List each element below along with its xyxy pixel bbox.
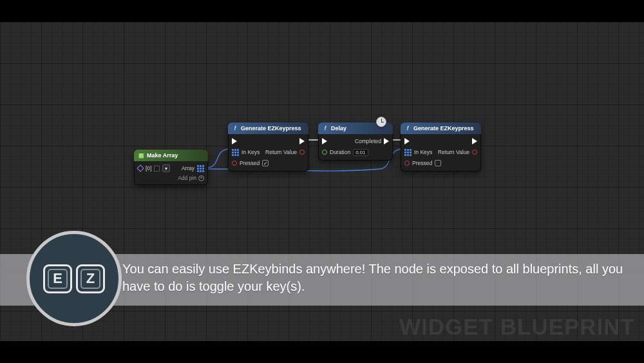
pin-label-pressed: Pressed bbox=[240, 160, 260, 166]
keycap-e-icon: E bbox=[43, 264, 72, 293]
key-dropdown[interactable]: ▾ bbox=[162, 164, 170, 172]
pin-pressed[interactable] bbox=[404, 161, 410, 166]
node-generate-ezkeypress-1[interactable]: f Generate EZKeypress In Keys Return Val… bbox=[228, 123, 308, 172]
pressed-checkbox[interactable] bbox=[435, 160, 441, 166]
pin-return-value[interactable] bbox=[299, 150, 305, 155]
node-make-array[interactable]: ▦ Make Array [0] ▾ Array Add pin + bbox=[134, 150, 208, 185]
clock-icon bbox=[376, 117, 386, 127]
node-title: Make Array bbox=[147, 152, 178, 159]
add-pin-button[interactable]: Add pin + bbox=[138, 175, 204, 181]
pin-exec-out[interactable] bbox=[472, 138, 477, 144]
pin-exec-in[interactable] bbox=[232, 138, 237, 144]
pin-label-pressed: Pressed bbox=[412, 160, 432, 166]
pin-exec-in[interactable] bbox=[404, 138, 410, 144]
graph-type-watermark: WIDGET BLUEPRINT bbox=[399, 314, 635, 340]
pin-label-in-keys: In Keys bbox=[242, 149, 260, 155]
pin-label-in-keys: In Keys bbox=[414, 149, 432, 155]
pin-label-array: Array bbox=[182, 165, 194, 172]
pin-label-return: Return Value bbox=[438, 149, 469, 155]
plus-icon: + bbox=[198, 175, 204, 181]
pin-in-keys[interactable] bbox=[232, 149, 239, 156]
pin-exec-completed[interactable] bbox=[384, 138, 389, 144]
pin-exec-in[interactable] bbox=[322, 138, 327, 144]
pin-label-duration: Duration bbox=[330, 149, 350, 155]
pressed-checkbox[interactable]: ✓ bbox=[262, 160, 269, 166]
node-title: Delay bbox=[331, 125, 346, 132]
pin-in-wildcard[interactable] bbox=[137, 164, 144, 172]
pin-label-return: Return Value bbox=[265, 149, 297, 155]
keycap-z-icon: Z bbox=[76, 264, 105, 293]
node-header[interactable]: ▦ Make Array bbox=[134, 150, 208, 161]
node-title: Generate EZKeypress bbox=[413, 125, 474, 132]
ez-badge: E Z bbox=[26, 231, 122, 326]
pin-duration[interactable] bbox=[322, 150, 327, 155]
pin-out-array[interactable] bbox=[197, 165, 204, 172]
node-header[interactable]: f Generate EZKeypress bbox=[228, 123, 308, 134]
caption-text: You can easily use EZKeybinds anywhere! … bbox=[122, 260, 634, 295]
pin-in-keys[interactable] bbox=[404, 149, 412, 156]
node-header[interactable]: f Generate EZKeypress bbox=[401, 123, 481, 134]
pin-label-index0: [0] bbox=[146, 165, 151, 172]
duration-input[interactable]: 0.01 bbox=[353, 149, 368, 156]
pin-exec-out[interactable] bbox=[299, 138, 305, 144]
function-icon: f bbox=[232, 125, 238, 132]
pin-pressed[interactable] bbox=[232, 161, 237, 166]
node-title: Generate EZKeypress bbox=[241, 125, 301, 132]
pin-return-value[interactable] bbox=[472, 150, 477, 155]
pin-label-completed: Completed bbox=[355, 138, 381, 144]
array-icon: ▦ bbox=[138, 152, 144, 159]
key-picker-icon[interactable] bbox=[154, 166, 160, 172]
function-icon: f bbox=[404, 125, 411, 132]
function-icon: f bbox=[322, 125, 328, 132]
node-delay[interactable]: f Delay Completed Duration 0.01 bbox=[318, 123, 393, 161]
node-generate-ezkeypress-2[interactable]: f Generate EZKeypress In Keys Return Val… bbox=[401, 123, 481, 172]
